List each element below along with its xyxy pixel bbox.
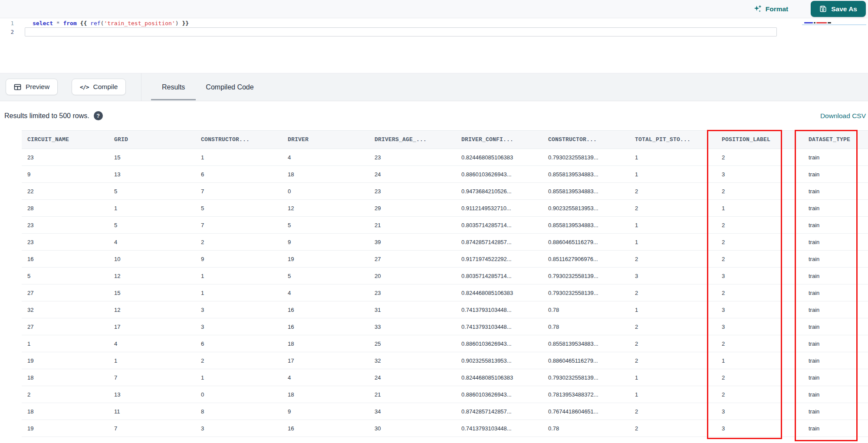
table-cell: 0.8558139534883... [542,335,629,352]
table-cell: 0.8742857142857... [456,234,542,251]
table-cell: train [803,301,868,318]
table-cell: 1 [195,149,282,166]
table-cell: 0.7413793103448... [456,318,542,335]
table-cell: train [803,166,868,183]
compile-label: Compile [93,83,118,91]
table-cell: 12 [282,200,369,217]
table-cell: 0.8860103626943... [456,335,542,352]
save-as-label: Save As [831,5,857,13]
table-cell: 7 [108,420,195,437]
format-label: Format [766,5,789,13]
table-cell: 6 [195,166,282,183]
table-cell: 2 [716,335,803,352]
help-icon[interactable]: ? [94,111,103,120]
table-row: 2717316330.7413793103448...0.7823train [22,318,868,335]
table-cell: train [803,420,868,437]
table-cell: train [803,251,868,268]
line-numbers: 12 [0,19,17,36]
table-cell: 16 [282,301,369,318]
table-cell: 0.9473684210526... [456,183,542,200]
table-cell: 28 [22,200,108,217]
table-cell: 0.8558139534883... [542,183,629,200]
table-cell: 0.7413793103448... [456,420,542,437]
table-cell: 31 [369,301,456,318]
table-cell: 19 [282,251,369,268]
table-cell: 2 [716,386,803,403]
table-cell: 0.9023255813953... [456,352,542,369]
table-cell: 1 [716,200,803,217]
results-table-area: CIRCUIT_NAMEGRIDCONSTRUCTOR...DRIVERDRIV… [22,130,868,437]
table-cell: 0.8860103626943... [456,386,542,403]
column-header: TOTAL_PIT_STO... [629,131,716,149]
table-cell: 18 [22,369,108,386]
table-row: 1610919270.9171974522292...0.85116279069… [22,251,868,268]
table-cell: 2 [629,200,716,217]
table-cell: 23 [22,217,108,234]
download-csv-link[interactable]: Download CSV [820,101,866,130]
panel-divider [141,73,141,101]
editor-header-bar: Format Save As [0,0,868,18]
table-cell: 0.8035714285714... [456,268,542,284]
table-cell: train [803,352,868,369]
table-cell: 0.8742857142857... [456,403,542,420]
table-cell: 5 [195,200,282,217]
table-cell: 15 [108,284,195,301]
table-cell: 6 [195,335,282,352]
table-cell: 17 [282,352,369,369]
preview-button[interactable]: Preview [6,79,58,95]
table-cell: 1 [629,149,716,166]
table-cell: 20 [369,268,456,284]
table-cell: train [803,234,868,251]
table-cell: 9 [22,166,108,183]
table-row: 213018210.8860103626943...0.781395348837… [22,386,868,403]
table-cell: 0.9023255813953... [542,200,629,217]
editor-minimap[interactable] [804,22,832,23]
floppy-disk-icon [819,5,827,13]
table-cell: 23 [22,149,108,166]
table-row: 271514230.8244680851063830.7930232558139… [22,284,868,301]
table-cell: 5 [282,268,369,284]
table-cell: train [803,183,868,200]
table-cell: 0.9171974522292... [456,251,542,268]
table-cell: 18 [282,335,369,352]
sparkles-icon [753,5,762,13]
table-cell: 0.7930232558139... [542,268,629,284]
format-button[interactable]: Format [753,5,789,13]
table-row: 22570230.9473684210526...0.8558139534883… [22,183,868,200]
table-cell: 0.7930232558139... [542,284,629,301]
table-cell: 2 [629,318,716,335]
table-cell: 0.78 [542,301,629,318]
table-cell: train [803,284,868,301]
table-cell: 3 [716,166,803,183]
table-row: 51215200.8035714285714...0.7930232558139… [22,268,868,284]
table-cell: 1 [108,200,195,217]
compile-button[interactable]: </> Compile [72,79,126,95]
results-toolbar: Preview </> Compile ResultsCompiled Code [0,73,868,101]
table-cell: 2 [195,352,282,369]
table-cell: 1 [629,217,716,234]
table-cell: 29 [369,200,456,217]
table-cell: 27 [22,318,108,335]
table-cell: 5 [108,217,195,234]
table-cell: 9 [282,234,369,251]
table-cell: 0.824468085106383 [456,284,542,301]
tab-results[interactable]: Results [162,73,185,101]
table-header-row: CIRCUIT_NAMEGRIDCONSTRUCTOR...DRIVERDRIV… [22,131,868,149]
table-cell: 24 [369,166,456,183]
table-cell: 21 [369,217,456,234]
table-cell: 2 [629,284,716,301]
table-cell: 17 [108,318,195,335]
table-row: 181189340.8742857142857...0.767441860465… [22,403,868,420]
table-cell: 1 [22,335,108,352]
table-row: 191217320.9023255813953...0.886046511627… [22,352,868,369]
tab-compiled-code[interactable]: Compiled Code [206,73,253,101]
column-header: DRIVER [282,131,369,149]
table-cell: 1 [108,352,195,369]
save-as-button[interactable]: Save As [811,1,866,17]
table-cell: 10 [108,251,195,268]
table-cell: 2 [716,284,803,301]
table-cell: 3 [716,301,803,318]
table-cell: 3 [195,301,282,318]
table-cell: 16 [22,251,108,268]
table-cell: 0 [195,386,282,403]
